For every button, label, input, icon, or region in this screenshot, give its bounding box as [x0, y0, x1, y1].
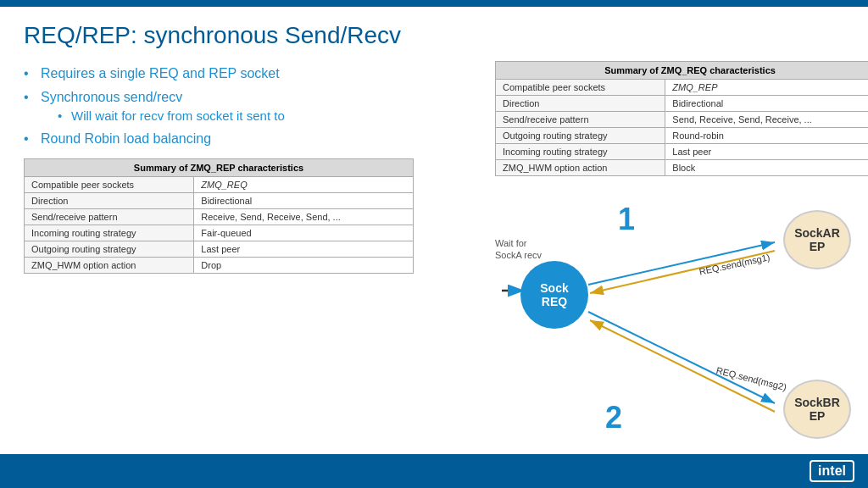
rep-row2-label: Direction — [25, 193, 194, 209]
req-row5-value: Last peer — [665, 144, 868, 160]
sock-req-ellipse: SockREQ — [520, 261, 588, 329]
diagram-num1: 1 — [618, 202, 635, 237]
sockBR-ellipse: SockBREP — [783, 380, 851, 439]
req-row2-label: Direction — [496, 96, 665, 112]
table-row: Incoming routing strategy Last peer — [496, 144, 869, 160]
req-table-title: Summary of ZMQ_REQ characteristics — [496, 62, 869, 80]
diagram-num2: 2 — [605, 400, 622, 435]
rep-row5-value: Last peer — [194, 241, 414, 258]
req-table-wrapper: Summary of ZMQ_REQ characteristics Compa… — [495, 61, 860, 176]
req-row1-label: Compatible peer sockets — [496, 80, 665, 96]
rep-row3-label: Send/receive pattern — [25, 209, 194, 225]
req-row3-label: Send/receive pattern — [496, 112, 665, 128]
arrow-label-1: REQ.send(msg1) — [698, 252, 771, 276]
page-title: REQ/REP: synchronous Send/Recv — [24, 22, 844, 49]
intel-logo: intel — [810, 460, 854, 482]
sockAR-ellipse: SockAREP — [783, 210, 851, 269]
table-row: Compatible peer sockets ZMQ_REQ — [25, 177, 414, 193]
bottom-bar: intel — [0, 454, 868, 488]
rep-row6-label: ZMQ_HWM option action — [25, 258, 194, 274]
sockAR-label: SockAREP — [794, 226, 840, 253]
req-row1-value: ZMQ_REP — [665, 80, 868, 96]
table-row: ZMQ_HWM option action Drop — [25, 258, 414, 274]
rep-row1-value: ZMQ_REQ — [194, 177, 414, 193]
svg-line-5 — [588, 312, 775, 403]
rep-table-title: Summary of ZMQ_REP characteristics — [25, 159, 414, 177]
rep-row5-label: Outgoing routing strategy — [25, 241, 194, 258]
bullet-item-3: Round Robin load balancing — [24, 131, 465, 147]
diagram: Wait forSockA recv 1 2 SockREQ SockAREP … — [495, 202, 860, 447]
table-row: Send/receive pattern Send, Receive, Send… — [496, 112, 869, 128]
table-row: Incoming routing strategy Fair-queued — [25, 225, 414, 241]
table-row: Send/receive pattern Receive, Send, Rece… — [25, 209, 414, 225]
req-row4-label: Outgoing routing strategy — [496, 128, 665, 144]
rep-row2-value: Bidirectional — [194, 193, 414, 209]
top-bar — [0, 0, 868, 7]
arrow-label-2: REQ.send(msg2) — [715, 365, 787, 392]
table-row: Direction Bidirectional — [25, 193, 414, 209]
sub-bullet-item-1: Will wait for recv from socket it sent t… — [41, 108, 465, 123]
rep-row3-value: Receive, Send, Receive, Send, ... — [194, 209, 414, 225]
rep-row6-value: Drop — [194, 258, 414, 274]
right-panel: Summary of ZMQ_REQ characteristics Compa… — [495, 49, 860, 185]
sub-bullet-list: Will wait for recv from socket it sent t… — [41, 108, 465, 123]
table-row: Compatible peer sockets ZMQ_REP — [496, 80, 869, 96]
table-row: ZMQ_HWM option action Block — [496, 160, 869, 176]
req-row6-label: ZMQ_HWM option action — [496, 160, 665, 176]
wait-label: Wait forSockA recv — [495, 237, 554, 262]
rep-row4-value: Fair-queued — [194, 225, 414, 241]
sockBR-label: SockBREP — [794, 396, 840, 423]
sock-req-label: SockREQ — [540, 281, 568, 308]
bullet-item-2: Synchronous send/recv Will wait for recv… — [24, 90, 465, 123]
req-table: Summary of ZMQ_REQ characteristics Compa… — [495, 61, 868, 176]
table-row: Direction Bidirectional — [496, 96, 869, 112]
rep-row4-label: Incoming routing strategy — [25, 225, 194, 241]
bullet-item-1: Requires a single REQ and REP socket — [24, 66, 465, 81]
req-row3-value: Send, Receive, Send, Receive, ... — [665, 112, 868, 128]
left-panel: Requires a single REQ and REP socket Syn… — [24, 66, 465, 274]
req-row2-value: Bidirectional — [665, 96, 868, 112]
rep-table: Summary of ZMQ_REP characteristics Compa… — [24, 158, 414, 274]
bullet-list: Requires a single REQ and REP socket Syn… — [24, 66, 465, 147]
rep-row1-label: Compatible peer sockets — [25, 177, 194, 193]
table-row: Outgoing routing strategy Last peer — [25, 241, 414, 258]
req-row4-value: Round-robin — [665, 128, 868, 144]
req-row6-value: Block — [665, 160, 868, 176]
table-row: Outgoing routing strategy Round-robin — [496, 128, 869, 144]
svg-line-6 — [590, 320, 775, 412]
req-row5-label: Incoming routing strategy — [496, 144, 665, 160]
